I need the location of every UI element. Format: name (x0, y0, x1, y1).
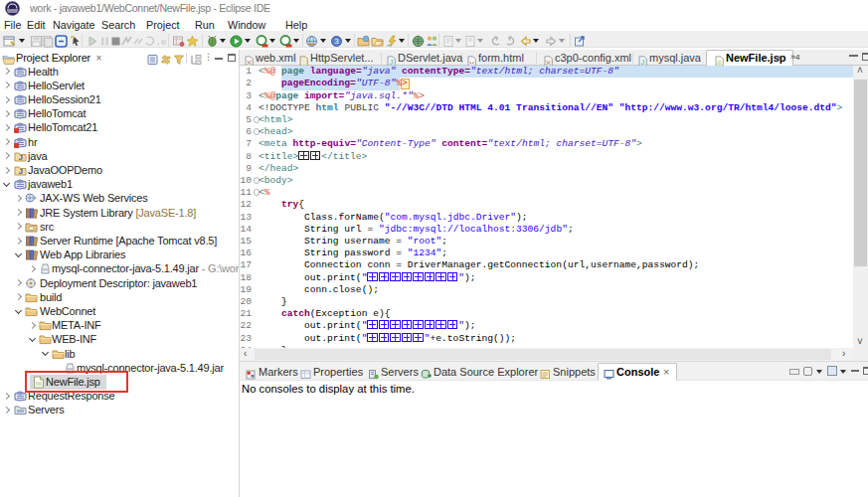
svg-text:.e: .e (156, 38, 167, 48)
svg-text:J: J (390, 58, 394, 65)
svg-text:J: J (18, 153, 22, 162)
svg-text:J: J (641, 58, 645, 65)
svg-text:3: 3 (334, 37, 339, 46)
svg-text:J: J (18, 167, 22, 176)
